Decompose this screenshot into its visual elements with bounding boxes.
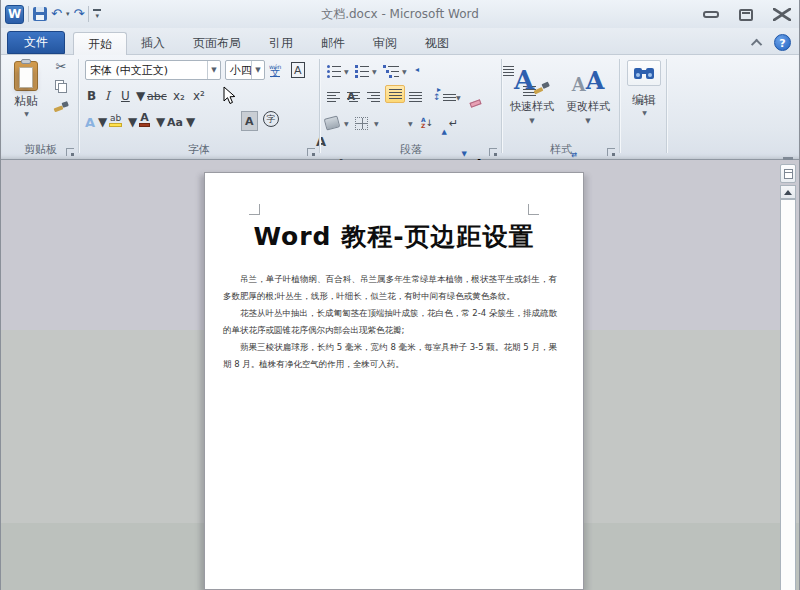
- styles-dialog-launcher[interactable]: [607, 148, 615, 156]
- bold-button[interactable]: B: [87, 86, 96, 106]
- bullets-button[interactable]: [327, 61, 341, 81]
- group-font: 宋体 (中文正文) ▼ 小四 ▼ wén 文 A B I U ▼ abc x₂ …: [79, 55, 319, 160]
- phonetic-guide-button[interactable]: wén 文: [269, 60, 281, 80]
- paragraph[interactable]: 花茎从叶丛中抽出，长成匍匐茎在顶端抽叶成簇，花白色，常 2-4 朵簇生，排成疏散…: [223, 305, 557, 339]
- paragraph-dialog-launcher[interactable]: [489, 148, 497, 156]
- bullets-dropdown-icon[interactable]: ▼: [344, 61, 349, 81]
- align-right-button[interactable]: [367, 87, 380, 107]
- asian-layout-dropdown-icon[interactable]: ▼: [408, 113, 413, 133]
- numbering-button[interactable]: [355, 61, 369, 81]
- group-paragraph: ▼ ▼ ▼ ◂ ▸: [321, 55, 501, 160]
- margin-mark-left: [249, 204, 260, 215]
- underline-button[interactable]: U: [121, 86, 130, 106]
- split-handle[interactable]: [783, 157, 793, 160]
- text-effects-button[interactable]: A: [85, 112, 95, 132]
- close-button[interactable]: [773, 8, 791, 21]
- subscript-button[interactable]: x₂: [173, 86, 185, 106]
- scroll-up-button[interactable]: [780, 185, 796, 199]
- italic-button[interactable]: I: [105, 86, 110, 106]
- shading-button[interactable]: [325, 113, 339, 133]
- change-case-button[interactable]: Aa: [167, 112, 183, 132]
- group-editing: 编辑 ▼: [621, 55, 667, 160]
- tab-review[interactable]: 审阅: [359, 32, 411, 54]
- font-dialog-launcher[interactable]: [307, 148, 315, 156]
- margin-mark-right: [528, 204, 539, 215]
- help-icon[interactable]: ?: [774, 34, 791, 51]
- strikethrough-button[interactable]: abc: [147, 86, 167, 106]
- show-hide-marks-button[interactable]: ↵: [449, 113, 458, 133]
- paste-icon: [14, 61, 38, 91]
- group-styles: A 快速样式 ▼ AA 更改样式 ▼ 样式: [503, 55, 619, 160]
- underline-dropdown-icon[interactable]: ▼: [136, 86, 145, 106]
- justify-button[interactable]: [385, 85, 405, 103]
- window-title: 文档.docx - Microsoft Word: [1, 6, 799, 23]
- paragraph[interactable]: 蒴果三棱状扁球形，长约 5 毫米，宽约 8 毫米，每室具种子 3-5 颗。花期 …: [223, 339, 557, 373]
- copy-icon[interactable]: [55, 80, 67, 93]
- minimize-button[interactable]: [703, 11, 719, 18]
- font-size-dropdown-icon[interactable]: ▼: [251, 61, 264, 79]
- cut-icon[interactable]: ✂: [56, 59, 67, 74]
- shading-dropdown-icon[interactable]: ▼: [344, 113, 349, 133]
- align-center-button[interactable]: [347, 87, 360, 107]
- font-size-combobox[interactable]: 小四 ▼: [225, 60, 265, 80]
- document-heading[interactable]: Word 教程-页边距设置: [235, 220, 553, 253]
- binoculars-icon: [633, 66, 655, 80]
- paragraph[interactable]: 吊兰，单子叶植物纲、百合科、吊兰属多年生常绿草本植物，根状茎平生或斜生，有多数肥…: [223, 271, 557, 305]
- font-color-dropdown-icon[interactable]: ▼: [156, 112, 165, 132]
- word-window: W ↶ ▾ ↷ ▾ 文档.docx - Microsoft Word 文件 开始…: [0, 0, 800, 590]
- character-shading-button[interactable]: A: [241, 111, 258, 131]
- tab-mailings[interactable]: 邮件: [307, 32, 359, 54]
- title-bar: W ↶ ▾ ↷ ▾ 文档.docx - Microsoft Word: [1, 0, 799, 28]
- tab-page-layout[interactable]: 页面布局: [179, 32, 255, 54]
- multilevel-dropdown-icon[interactable]: ▼: [402, 61, 407, 81]
- document-page[interactable]: Word 教程-页边距设置 吊兰，单子叶植物纲、百合科、吊兰属多年生常绿草本植物…: [204, 172, 584, 590]
- group-clipboard: 粘贴 ▼ ✂ 剪贴板: [3, 55, 78, 160]
- editing-dropdown-icon[interactable]: ▼: [622, 109, 667, 116]
- text-effects-dropdown-icon[interactable]: ▼: [98, 112, 107, 132]
- change-styles-button[interactable]: AA 更改样式 ▼: [561, 59, 615, 151]
- borders-dropdown-icon[interactable]: ▼: [374, 113, 379, 133]
- tab-view[interactable]: 视图: [411, 32, 463, 54]
- font-color-button[interactable]: A: [139, 110, 150, 130]
- line-spacing-button[interactable]: ↕: [433, 87, 453, 107]
- vertical-scrollbar: [780, 160, 797, 590]
- paste-button[interactable]: 粘贴 ▼: [7, 59, 45, 155]
- tab-insert[interactable]: 插入: [127, 32, 179, 54]
- ribbon: 粘贴 ▼ ✂ 剪贴板 宋体 (中文正文) ▼ 小四 ▼: [1, 55, 799, 160]
- scrollbar-track[interactable]: [780, 199, 796, 590]
- distribute-button[interactable]: [409, 87, 424, 107]
- document-area: Word 教程-页边距设置 吊兰，单子叶植物纲、百合科、吊兰属多年生常绿草本植物…: [1, 160, 799, 590]
- change-case-dropdown-icon[interactable]: ▼: [186, 112, 195, 132]
- clipboard-dialog-launcher[interactable]: [66, 148, 74, 156]
- sort-button[interactable]: AZ ↓: [421, 113, 433, 133]
- quick-styles-button[interactable]: A 快速样式 ▼: [505, 59, 559, 151]
- find-button[interactable]: [627, 60, 661, 86]
- character-border-button[interactable]: A: [291, 60, 305, 80]
- font-name-dropdown-icon[interactable]: ▼: [207, 61, 220, 79]
- numbering-dropdown-icon[interactable]: ▼: [372, 61, 377, 81]
- tab-home[interactable]: 开始: [73, 32, 127, 55]
- paste-dropdown-icon[interactable]: ▼: [8, 110, 45, 117]
- highlight-dropdown-icon[interactable]: ▼: [128, 112, 137, 132]
- tab-file[interactable]: 文件: [7, 31, 65, 54]
- enclose-characters-button[interactable]: 字: [263, 111, 279, 127]
- ribbon-tab-row: 文件 开始 插入 页面布局 引用 邮件 审阅 视图 ?: [1, 28, 799, 55]
- view-ruler-button[interactable]: [780, 164, 796, 183]
- format-painter-icon[interactable]: [53, 99, 69, 113]
- superscript-button[interactable]: x²: [193, 86, 205, 106]
- brush-icon: [534, 81, 550, 95]
- mouse-cursor: [223, 86, 237, 106]
- borders-button[interactable]: [355, 113, 368, 133]
- change-styles-dropdown-icon[interactable]: ▼: [561, 117, 615, 125]
- minimize-ribbon-icon[interactable]: [751, 38, 762, 49]
- restore-button[interactable]: [739, 9, 753, 21]
- tab-references[interactable]: 引用: [255, 32, 307, 54]
- highlight-button[interactable]: ab: [109, 110, 122, 130]
- multilevel-list-button[interactable]: [383, 61, 399, 81]
- line-spacing-dropdown-icon[interactable]: ▼: [456, 87, 461, 107]
- document-body[interactable]: 吊兰，单子叶植物纲、百合科、吊兰属多年生常绿草本植物，根状茎平生或斜生，有多数肥…: [223, 271, 557, 373]
- quick-styles-dropdown-icon[interactable]: ▼: [505, 117, 559, 125]
- align-left-button[interactable]: [327, 87, 340, 107]
- font-name-combobox[interactable]: 宋体 (中文正文) ▼: [85, 60, 221, 80]
